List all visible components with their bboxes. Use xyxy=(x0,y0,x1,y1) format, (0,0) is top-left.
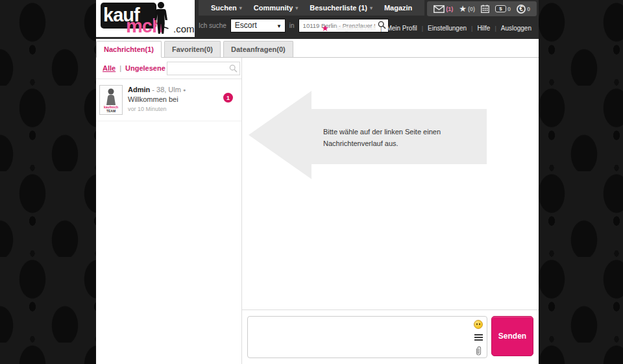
content-body: Nachrichten(1) Favoriten(0) Dateanfragen… xyxy=(96,39,539,364)
nav-label: Suchen xyxy=(211,4,237,12)
presence-dot-icon: ● xyxy=(183,88,186,92)
calendar-icon xyxy=(481,5,489,13)
banknote-icon: $ xyxy=(495,5,506,12)
logo[interactable]: kauf mch .com xyxy=(96,0,195,37)
envelope-icon xyxy=(434,5,445,13)
content-column: kauf mch .com Suchen ▾ Community ▾ xyxy=(96,0,539,364)
filter-row: Alle | Ungelesene xyxy=(96,58,241,79)
membership-star-icon[interactable]: ★ xyxy=(321,23,329,33)
conversation-info: Admin - 38, Ulm ● Willkommen bei vor 10 … xyxy=(128,85,186,115)
unread-count-badge: 1 xyxy=(223,93,233,103)
calendar-indicator[interactable] xyxy=(479,5,491,13)
conversation-name: Admin xyxy=(128,86,150,93)
chevron-down-icon: ▾ xyxy=(239,5,242,11)
messages-indicator[interactable]: (1) xyxy=(432,5,455,13)
filter-alle[interactable]: Alle xyxy=(103,64,116,72)
chevron-down-icon: ▾ xyxy=(370,5,373,11)
ich-suche-label: Ich suche xyxy=(199,22,226,29)
compose-divider xyxy=(242,309,539,310)
quickbar: (1) ★ (0) $ 0 xyxy=(427,1,537,16)
euro-coin-icon: € xyxy=(517,5,526,14)
favorites-indicator[interactable]: ★ (0) xyxy=(457,5,477,13)
nav-label: Community xyxy=(254,4,293,12)
header: kauf mch .com Suchen ▾ Community ▾ xyxy=(96,0,539,39)
link-mitgliedschaft[interactable]: Mitgliedschaft xyxy=(332,25,380,32)
conversation-time: vor 10 Minuten xyxy=(128,106,186,112)
avatar: kaufmich TEAM xyxy=(99,85,123,115)
conversation-preview: Willkommen bei xyxy=(128,95,186,103)
tab-favoriten[interactable]: Favoriten(0) xyxy=(164,41,221,57)
tab-bar: Nachrichten(1) Favoriten(0) Dateanfragen… xyxy=(96,39,539,58)
conversation-list-item[interactable]: kaufmich TEAM Admin - 38, Ulm ● Willkomm… xyxy=(96,79,241,121)
euro-balance-indicator[interactable]: € 0 xyxy=(515,5,532,14)
templates-menu-icon[interactable] xyxy=(474,334,483,341)
nav-item-magazin[interactable]: Magazin xyxy=(378,4,418,12)
cash-balance-indicator[interactable]: $ 0 xyxy=(493,5,513,12)
page-background: kauf mch .com Suchen ▾ Community ▾ xyxy=(0,0,623,364)
in-label: in xyxy=(289,22,295,29)
favorites-count: (0) xyxy=(468,6,475,12)
star-icon: ★ xyxy=(459,5,467,13)
link-einstellungen[interactable]: Einstellungen xyxy=(423,25,471,32)
category-select-value: Escort xyxy=(235,21,257,30)
search-icon xyxy=(229,64,238,73)
nav-item-suchen[interactable]: Suchen ▾ xyxy=(205,4,248,12)
message-input[interactable] xyxy=(247,316,487,358)
main-navigation: Suchen ▾ Community ▾ Besucherliste (1) ▾… xyxy=(199,0,424,16)
empty-state-hint: Bitte wähle auf der linken Seite einen N… xyxy=(323,126,472,149)
nav-label: Besucherliste (1) xyxy=(310,4,367,12)
attachment-paperclip-icon[interactable] xyxy=(474,346,483,356)
nav-label: Magazin xyxy=(384,4,412,12)
conversation-meta: - 38, Ulm xyxy=(150,86,183,93)
link-mein-profil[interactable]: Mein Profil xyxy=(382,25,421,32)
logo-domain-text: .com xyxy=(173,23,195,34)
tab-nachrichten[interactable]: Nachrichten(1) xyxy=(96,41,162,58)
link-ausloggen[interactable]: Ausloggen xyxy=(496,25,536,32)
nav-item-besucherliste[interactable]: Besucherliste (1) ▾ xyxy=(304,4,378,12)
account-links: ★ Mitgliedschaft | Mein Profil | Einstel… xyxy=(321,23,536,33)
message-panel: Bitte wähle auf der linken Seite einen N… xyxy=(242,58,539,364)
avatar-person-icon xyxy=(104,88,118,106)
category-select[interactable]: Escort ▼ xyxy=(230,19,286,32)
avatar-team-text: TEAM xyxy=(106,109,116,113)
tab-dateanfragen[interactable]: Dateanfragen(0) xyxy=(223,41,293,57)
chevron-down-icon: ▾ xyxy=(295,5,298,11)
filter-separator: | xyxy=(119,64,121,72)
filter-ungelesene[interactable]: Ungelesene xyxy=(125,64,165,72)
nav-item-community[interactable]: Community ▾ xyxy=(248,4,304,12)
euro-count: 0 xyxy=(527,6,530,12)
select-caret-icon: ▼ xyxy=(276,23,282,29)
cash-count: 0 xyxy=(507,6,511,12)
link-hilfe[interactable]: Hilfe xyxy=(472,25,495,32)
conversation-sidebar: Alle | Ungelesene xyxy=(96,58,242,364)
emoji-icon[interactable] xyxy=(474,320,483,329)
messages-count: (1) xyxy=(446,6,453,12)
compose-area xyxy=(247,316,487,358)
logo-person-silhouette-icon xyxy=(152,1,170,36)
send-button[interactable]: Senden xyxy=(491,316,533,356)
